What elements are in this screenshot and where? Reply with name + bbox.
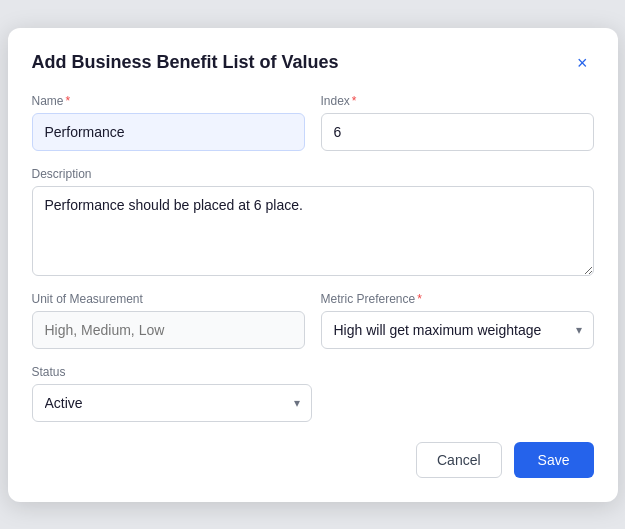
- name-input[interactable]: [32, 113, 305, 151]
- close-button[interactable]: ×: [571, 52, 594, 74]
- index-input[interactable]: [321, 113, 594, 151]
- description-label: Description: [32, 167, 594, 181]
- modal-title: Add Business Benefit List of Values: [32, 52, 339, 73]
- description-textarea[interactable]: Performance should be placed at 6 place.: [32, 186, 594, 276]
- modal-footer: Cancel Save: [32, 442, 594, 478]
- index-group: Index*: [321, 94, 594, 151]
- metric-group: Metric Preference* High will get maximum…: [321, 292, 594, 349]
- status-group: Status Active Inactive ▾: [32, 365, 312, 422]
- unit-group: Unit of Measurement: [32, 292, 305, 349]
- index-label: Index*: [321, 94, 594, 108]
- unit-metric-row: Unit of Measurement Metric Preference* H…: [32, 292, 594, 349]
- metric-select-wrapper: High will get maximum weightage Low will…: [321, 311, 594, 349]
- cancel-button[interactable]: Cancel: [416, 442, 502, 478]
- status-select[interactable]: Active Inactive: [32, 384, 312, 422]
- status-select-wrapper: Active Inactive ▾: [32, 384, 312, 422]
- name-label: Name*: [32, 94, 305, 108]
- modal-header: Add Business Benefit List of Values ×: [32, 52, 594, 74]
- modal-overlay: Add Business Benefit List of Values × Na…: [0, 0, 625, 529]
- unit-input[interactable]: [32, 311, 305, 349]
- metric-select[interactable]: High will get maximum weightage Low will…: [321, 311, 594, 349]
- unit-label: Unit of Measurement: [32, 292, 305, 306]
- description-group: Description Performance should be placed…: [32, 167, 594, 276]
- name-index-row: Name* Index*: [32, 94, 594, 151]
- save-button[interactable]: Save: [514, 442, 594, 478]
- modal-dialog: Add Business Benefit List of Values × Na…: [8, 28, 618, 502]
- status-label: Status: [32, 365, 312, 379]
- name-group: Name*: [32, 94, 305, 151]
- metric-label: Metric Preference*: [321, 292, 594, 306]
